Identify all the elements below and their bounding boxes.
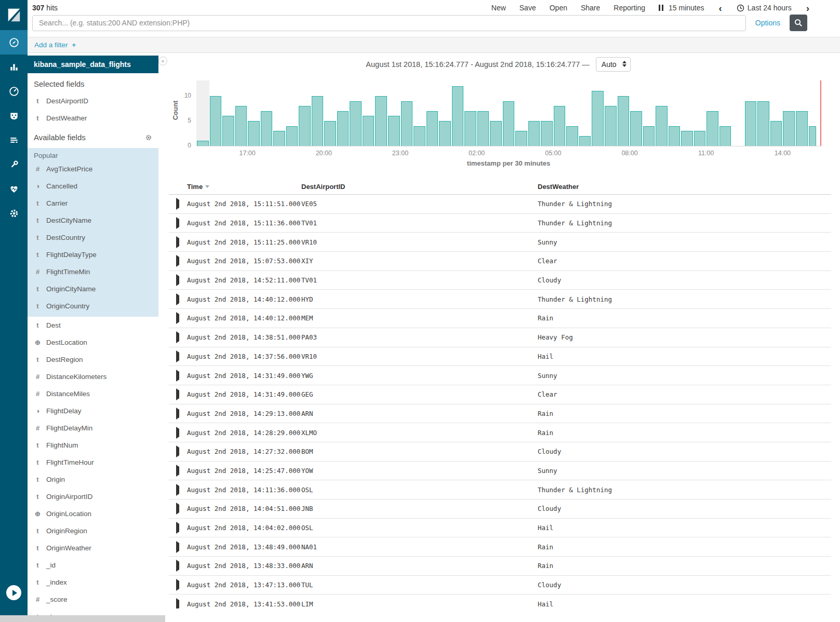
expand-row-icon[interactable] xyxy=(176,293,179,305)
field-item-FlightDelayMin[interactable]: #FlightDelayMin xyxy=(28,420,158,437)
histogram-bar[interactable] xyxy=(770,121,782,146)
search-input[interactable] xyxy=(32,15,746,31)
field-item-OriginAirportID[interactable]: tOriginAirportID xyxy=(28,488,158,505)
time-range-button[interactable]: Last 24 hours xyxy=(737,4,792,12)
field-item-DestCountry[interactable]: tDestCountry xyxy=(28,229,158,246)
histogram-bar[interactable] xyxy=(566,126,578,146)
histogram-bar[interactable] xyxy=(605,106,617,146)
expand-row-icon[interactable] xyxy=(176,331,179,343)
field-item-DestWeather[interactable]: tDestWeather xyxy=(28,110,158,127)
field-item-OriginRegion[interactable]: tOriginRegion xyxy=(28,522,158,539)
histogram-bar[interactable] xyxy=(388,116,400,146)
sidebar-item-dev-tools[interactable] xyxy=(0,152,28,177)
histogram-bar[interactable] xyxy=(477,111,489,146)
histogram-bar[interactable] xyxy=(363,116,375,146)
histogram-bar[interactable] xyxy=(197,141,209,146)
dest-airport-column-header[interactable]: DestAirportID xyxy=(301,183,538,191)
reporting-button[interactable]: Reporting xyxy=(614,4,645,12)
share-button[interactable]: Share xyxy=(581,4,600,12)
field-item-_type[interactable]: t_type xyxy=(28,608,158,615)
histogram-bar[interactable] xyxy=(490,121,502,146)
expand-row-icon[interactable] xyxy=(176,465,179,477)
histogram-bar[interactable] xyxy=(745,101,757,146)
field-item-FlightNum[interactable]: tFlightNum xyxy=(28,437,158,454)
field-item-Origin[interactable]: tOrigin xyxy=(28,471,158,488)
expand-row-icon[interactable] xyxy=(176,560,179,572)
sidebar-item-management[interactable] xyxy=(0,201,28,225)
sidebar-item-discover[interactable] xyxy=(0,30,28,55)
field-item-DestLocation[interactable]: ⊕DestLocation xyxy=(28,334,158,351)
field-item-OriginLocation[interactable]: ⊕OriginLocation xyxy=(28,505,158,522)
field-item-FlightDelayType[interactable]: tFlightDelayType xyxy=(28,246,158,263)
field-item-OriginWeather[interactable]: tOriginWeather xyxy=(28,539,158,557)
field-item-FlightTimeMin[interactable]: #FlightTimeMin xyxy=(28,263,158,280)
field-item-Carrier[interactable]: tCarrier xyxy=(28,195,158,212)
histogram-bar[interactable] xyxy=(324,121,336,146)
histogram-bar[interactable] xyxy=(643,126,655,146)
field-item-_score[interactable]: #_score xyxy=(28,591,158,608)
histogram-bar[interactable] xyxy=(426,111,438,146)
histogram-bar[interactable] xyxy=(273,131,285,146)
histogram-bar[interactable] xyxy=(337,111,349,146)
field-item-DistanceKilometers[interactable]: #DistanceKilometers xyxy=(28,368,158,385)
histogram-bar[interactable] xyxy=(681,131,693,146)
field-item-_id[interactable]: t_id xyxy=(28,557,158,574)
histogram-bar[interactable] xyxy=(439,121,451,146)
histogram-bar[interactable] xyxy=(579,136,591,146)
expand-row-icon[interactable] xyxy=(176,198,179,210)
expand-row-icon[interactable] xyxy=(176,217,179,229)
field-item-OriginCityName[interactable]: tOriginCityName xyxy=(28,280,158,298)
histogram-bar[interactable] xyxy=(694,131,706,146)
time-back-button[interactable]: ‹ xyxy=(718,3,723,13)
histogram-bar[interactable] xyxy=(312,96,324,146)
field-item-DestAirportID[interactable]: tDestAirportID xyxy=(28,92,158,110)
histogram-bar[interactable] xyxy=(618,96,630,146)
field-settings-gear-icon[interactable] xyxy=(145,134,152,141)
sidebar-bottom-scroll-strip[interactable] xyxy=(0,615,165,622)
options-link[interactable]: Options xyxy=(755,19,780,27)
histogram-bar[interactable] xyxy=(222,116,234,146)
histogram-bar[interactable] xyxy=(261,111,273,146)
add-filter-button[interactable]: Add a filter + xyxy=(34,41,76,49)
time-column-header[interactable]: Time xyxy=(187,183,301,191)
collapse-sidebar-button[interactable]: « xyxy=(158,57,167,65)
expand-row-icon[interactable] xyxy=(176,427,179,439)
expand-row-icon[interactable] xyxy=(176,408,179,420)
histogram-bar[interactable] xyxy=(235,106,247,146)
sidebar-item-monitoring[interactable] xyxy=(0,177,28,201)
collapse-nav-button[interactable] xyxy=(6,585,21,600)
search-button[interactable] xyxy=(790,15,807,31)
histogram-bar[interactable] xyxy=(630,111,642,146)
histogram-bar[interactable] xyxy=(541,121,553,146)
histogram-bar[interactable] xyxy=(592,91,604,146)
field-item-DistanceMiles[interactable]: #DistanceMiles xyxy=(28,385,158,402)
histogram-bar[interactable] xyxy=(515,131,527,146)
expand-row-icon[interactable] xyxy=(176,350,179,362)
histogram-bar[interactable] xyxy=(809,126,816,146)
histogram-bar[interactable] xyxy=(706,111,718,146)
histogram-bar[interactable] xyxy=(796,111,808,146)
expand-row-icon[interactable] xyxy=(176,484,179,496)
field-item-DestCityName[interactable]: tDestCityName xyxy=(28,212,158,229)
histogram-bar[interactable] xyxy=(350,101,362,146)
field-item-_index[interactable]: t_index xyxy=(28,574,158,591)
histogram-bar[interactable] xyxy=(452,86,464,146)
field-item-FlightDelay[interactable]: ◑FlightDelay xyxy=(28,402,158,420)
expand-row-icon[interactable] xyxy=(176,445,179,457)
expand-row-icon[interactable] xyxy=(176,388,179,400)
histogram-bar[interactable] xyxy=(464,111,476,146)
sidebar-item-dashboard[interactable] xyxy=(0,79,28,103)
sidebar-item-visualize[interactable] xyxy=(0,55,28,79)
kibana-logo[interactable] xyxy=(0,0,28,30)
expand-row-icon[interactable] xyxy=(176,541,179,553)
refresh-interval-button[interactable]: 15 minutes xyxy=(659,4,704,12)
histogram-bar[interactable] xyxy=(669,126,681,146)
histogram-bar[interactable] xyxy=(719,126,731,146)
save-button[interactable]: Save xyxy=(519,4,536,12)
index-pattern-selector[interactable]: kibana_sample_data_flights xyxy=(28,56,158,73)
field-item-Cancelled[interactable]: ◑Cancelled xyxy=(28,178,158,195)
sidebar-item-timelion[interactable] xyxy=(0,103,28,128)
histogram-bar[interactable] xyxy=(554,106,566,146)
field-item-Dest[interactable]: tDest xyxy=(28,317,158,334)
new-button[interactable]: New xyxy=(491,4,506,12)
